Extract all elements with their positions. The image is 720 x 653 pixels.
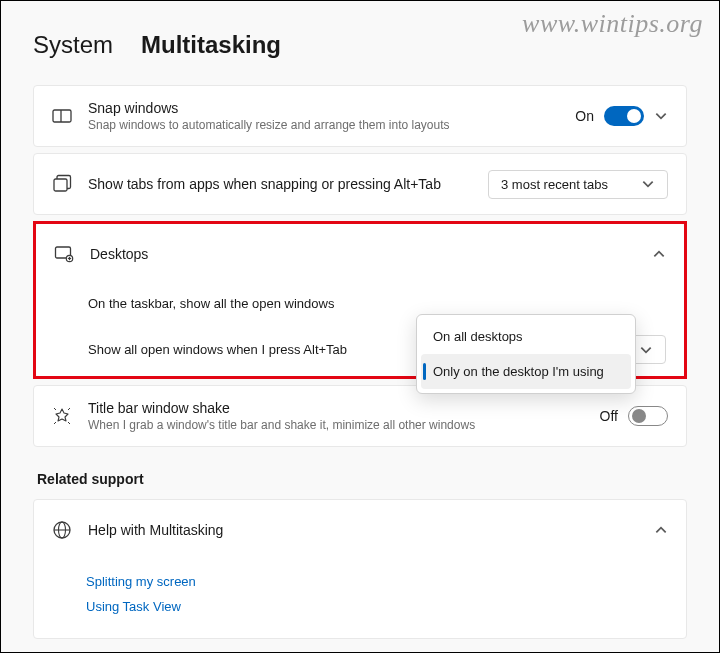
shake-desc: When I grab a window's title bar and sha…: [88, 418, 584, 432]
desktops-highlight: Desktops On the taskbar, show all the op…: [33, 221, 687, 379]
shake-icon: [52, 406, 72, 426]
snap-state-label: On: [575, 108, 594, 124]
desktops-dropdown: On all desktops Only on the desktop I'm …: [416, 314, 636, 394]
chevron-down-icon[interactable]: [654, 109, 668, 123]
desktops-title: Desktops: [90, 246, 636, 262]
desktops-taskbar-label: On the taskbar, show all the open window…: [88, 296, 334, 311]
shake-card: Title bar window shake When I grab a win…: [33, 385, 687, 447]
snap-icon: [52, 106, 72, 126]
tabs-select-value: 3 most recent tabs: [501, 177, 608, 192]
snap-windows-card: Snap windows Snap windows to automatical…: [33, 85, 687, 147]
globe-icon: [52, 520, 72, 540]
help-link-taskview[interactable]: Using Task View: [86, 599, 668, 614]
dropdown-option-current[interactable]: Only on the desktop I'm using: [421, 354, 631, 389]
tabs-title: Show tabs from apps when snapping or pre…: [88, 176, 472, 192]
svg-rect-2: [54, 179, 67, 191]
tabs-select[interactable]: 3 most recent tabs: [488, 170, 668, 199]
svg-rect-0: [53, 110, 71, 122]
chevron-up-icon[interactable]: [652, 247, 666, 261]
dropdown-option-all[interactable]: On all desktops: [421, 319, 631, 354]
shake-state-label: Off: [600, 408, 618, 424]
tabs-card: Show tabs from apps when snapping or pre…: [33, 153, 687, 215]
snap-toggle[interactable]: [604, 106, 644, 126]
help-card: Help with Multitasking Splitting my scre…: [33, 499, 687, 639]
breadcrumb: System Multitasking: [33, 31, 687, 59]
chevron-down-icon: [639, 343, 653, 357]
desktops-icon: [54, 244, 74, 264]
chevron-up-icon[interactable]: [654, 523, 668, 537]
tabs-icon: [52, 174, 72, 194]
breadcrumb-current: Multitasking: [141, 31, 281, 59]
shake-title: Title bar window shake: [88, 400, 584, 416]
breadcrumb-parent[interactable]: System: [33, 31, 113, 59]
help-title: Help with Multitasking: [88, 522, 638, 538]
snap-desc: Snap windows to automatically resize and…: [88, 118, 559, 132]
snap-title: Snap windows: [88, 100, 559, 116]
desktops-alttab-label: Show all open windows when I press Alt+T…: [88, 342, 347, 357]
chevron-down-icon: [641, 177, 655, 191]
help-link-splitting[interactable]: Splitting my screen: [86, 574, 668, 589]
related-support-heading: Related support: [37, 471, 687, 487]
shake-toggle[interactable]: [628, 406, 668, 426]
